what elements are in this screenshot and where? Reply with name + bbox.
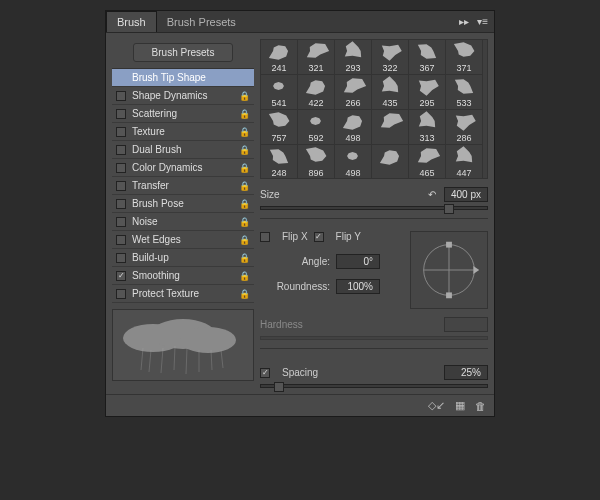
option-checkbox[interactable] xyxy=(116,181,126,191)
toggle-preview-icon[interactable]: ◇↙ xyxy=(428,399,445,412)
size-slider[interactable] xyxy=(260,206,488,210)
size-input[interactable]: 400 px xyxy=(444,187,488,202)
thumb-label: 321 xyxy=(298,63,334,73)
brush-thumb[interactable]: 313 xyxy=(409,110,446,145)
option-wet-edges[interactable]: Wet Edges🔒 xyxy=(112,231,254,249)
option-label: Build-up xyxy=(132,252,169,263)
option-smoothing[interactable]: Smoothing🔒 xyxy=(112,267,254,285)
menu-icon[interactable]: ▾≡ xyxy=(477,16,488,27)
lock-icon[interactable]: 🔒 xyxy=(239,289,250,299)
lock-icon[interactable]: 🔒 xyxy=(239,181,250,191)
lock-icon[interactable]: 🔒 xyxy=(239,199,250,209)
angle-label: Angle: xyxy=(260,256,330,267)
brush-thumb[interactable]: 896 xyxy=(298,145,335,179)
option-build-up[interactable]: Build-up🔒 xyxy=(112,249,254,267)
option-transfer[interactable]: Transfer🔒 xyxy=(112,177,254,195)
angle-input[interactable]: 0° xyxy=(336,254,380,269)
option-scattering[interactable]: Scattering🔒 xyxy=(112,105,254,123)
tabbar: Brush Brush Presets ▸▸ ▾≡ xyxy=(106,11,494,33)
spacing-slider[interactable] xyxy=(260,384,488,388)
flip-y-label: Flip Y xyxy=(336,231,361,242)
lock-icon[interactable]: 🔒 xyxy=(239,235,250,245)
option-checkbox[interactable] xyxy=(116,91,126,101)
angle-dial[interactable] xyxy=(410,231,488,309)
brush-thumb[interactable]: 295 xyxy=(409,75,446,110)
tab-brush-presets[interactable]: Brush Presets xyxy=(157,12,246,32)
option-protect-texture[interactable]: Protect Texture🔒 xyxy=(112,285,254,303)
thumb-label: 241 xyxy=(261,63,297,73)
brush-thumb[interactable]: 435 xyxy=(372,75,409,110)
brush-thumb[interactable] xyxy=(372,110,409,145)
panel-footer: ◇↙ ▦ 🗑 xyxy=(106,394,494,416)
brush-thumb[interactable]: 248 xyxy=(261,145,298,179)
svg-rect-38 xyxy=(446,242,452,248)
new-preset-icon[interactable]: ▦ xyxy=(455,399,465,412)
lock-icon[interactable]: 🔒 xyxy=(239,271,250,281)
brush-thumb[interactable]: 367 xyxy=(409,40,446,75)
brush-thumb[interactable]: 447 xyxy=(446,145,483,179)
brush-thumb[interactable]: 498 xyxy=(335,145,372,179)
svg-marker-26 xyxy=(381,113,403,128)
option-checkbox[interactable] xyxy=(116,127,126,137)
svg-marker-21 xyxy=(419,80,439,96)
reset-size-icon[interactable]: ↶ xyxy=(428,189,436,200)
option-brush-tip-shape[interactable]: Brush Tip Shape xyxy=(112,69,254,87)
option-checkbox[interactable] xyxy=(116,289,126,299)
spacing-checkbox[interactable] xyxy=(260,368,270,378)
spacing-label: Spacing xyxy=(282,367,318,378)
option-checkbox[interactable] xyxy=(116,199,126,209)
brush-thumb[interactable]: 592 xyxy=(298,110,335,145)
brush-thumb[interactable]: 322 xyxy=(372,40,409,75)
lock-icon[interactable]: 🔒 xyxy=(239,91,250,101)
option-checkbox[interactable] xyxy=(116,109,126,119)
option-checkbox[interactable] xyxy=(116,271,126,281)
thumb-label: 498 xyxy=(335,168,371,178)
brush-thumb[interactable]: 321 xyxy=(298,40,335,75)
lock-icon[interactable]: 🔒 xyxy=(239,145,250,155)
lock-icon[interactable]: 🔒 xyxy=(239,163,250,173)
flip-x-checkbox[interactable] xyxy=(260,232,270,242)
brush-presets-button[interactable]: Brush Presets xyxy=(133,43,233,62)
option-checkbox[interactable] xyxy=(116,253,126,263)
brush-thumb[interactable]: 422 xyxy=(298,75,335,110)
thumb-label: 533 xyxy=(446,98,482,108)
option-noise[interactable]: Noise🔒 xyxy=(112,213,254,231)
option-brush-pose[interactable]: Brush Pose🔒 xyxy=(112,195,254,213)
thumb-label: 248 xyxy=(261,168,297,178)
brush-thumb[interactable]: 465 xyxy=(409,145,446,179)
trash-icon[interactable]: 🗑 xyxy=(475,400,486,412)
brush-thumb[interactable]: 266 xyxy=(335,75,372,110)
flip-x-label: Flip X xyxy=(282,231,308,242)
option-checkbox[interactable] xyxy=(116,235,126,245)
brush-thumb[interactable]: 757 xyxy=(261,110,298,145)
svg-marker-31 xyxy=(347,152,358,160)
lock-icon[interactable]: 🔒 xyxy=(239,253,250,263)
spacing-input[interactable]: 25% xyxy=(444,365,488,380)
svg-marker-25 xyxy=(343,115,362,130)
svg-marker-30 xyxy=(306,147,327,162)
brush-thumb[interactable]: 541 xyxy=(261,75,298,110)
brush-thumbnail-grid[interactable]: 2413212933223673715414222664352955337575… xyxy=(260,39,488,179)
brush-thumb[interactable]: 293 xyxy=(335,40,372,75)
tab-brush[interactable]: Brush xyxy=(106,11,157,32)
option-texture[interactable]: Texture🔒 xyxy=(112,123,254,141)
expand-icon[interactable]: ▸▸ xyxy=(459,16,469,27)
option-checkbox[interactable] xyxy=(116,145,126,155)
roundness-input[interactable]: 100% xyxy=(336,279,380,294)
brush-thumb[interactable]: 371 xyxy=(446,40,483,75)
option-checkbox[interactable] xyxy=(116,217,126,227)
lock-icon[interactable]: 🔒 xyxy=(239,109,250,119)
brush-thumb[interactable]: 498 xyxy=(335,110,372,145)
brush-thumb[interactable]: 533 xyxy=(446,75,483,110)
option-dual-brush[interactable]: Dual Brush🔒 xyxy=(112,141,254,159)
brush-thumb[interactable] xyxy=(372,145,409,179)
lock-icon[interactable]: 🔒 xyxy=(239,217,250,227)
svg-marker-14 xyxy=(382,45,402,61)
brush-thumb[interactable]: 241 xyxy=(261,40,298,75)
lock-icon[interactable]: 🔒 xyxy=(239,127,250,137)
option-shape-dynamics[interactable]: Shape Dynamics🔒 xyxy=(112,87,254,105)
option-checkbox[interactable] xyxy=(116,163,126,173)
option-color-dynamics[interactable]: Color Dynamics🔒 xyxy=(112,159,254,177)
flip-y-checkbox[interactable] xyxy=(314,232,324,242)
brush-thumb[interactable]: 286 xyxy=(446,110,483,145)
